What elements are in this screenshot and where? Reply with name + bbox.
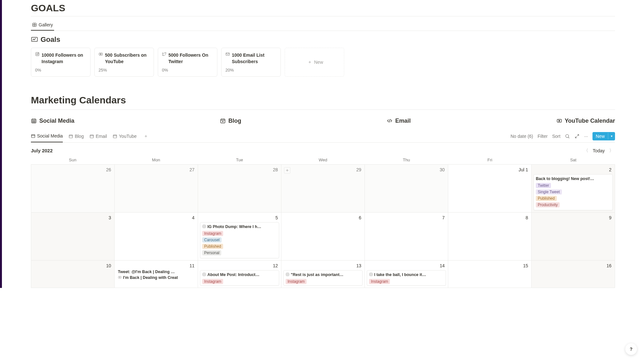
twitter-icon [162,52,166,65]
add-event-plus-icon[interactable]: ＋ [284,167,290,174]
day-number: 9 [534,214,613,221]
db-tab-blog[interactable]: Blog [69,130,84,142]
event-title: "Rest is just as important… [291,272,344,277]
instagram-icon [369,272,373,277]
calendar-cell[interactable]: 6 [281,213,365,261]
calendar-cell[interactable]: 10 [31,261,115,288]
event-card[interactable]: Back to blogging! New post!… Twitter Sin… [534,174,613,210]
svg-point-39 [204,274,205,275]
event-mini[interactable]: Tweet: @I'm Back | Dealing … [117,269,196,275]
weekday-label: Fri [448,157,532,162]
calendar-icon [90,134,94,138]
day-number: 7 [367,214,446,221]
event-card[interactable]: I take the ball, I bounce it… Instagram [367,270,446,286]
new-button[interactable]: New ▾ [592,132,615,140]
event-title: Tweet: @I'm Back | Dealing … [118,270,175,274]
goal-card-email[interactable]: 1000 Email List Subscribers 20% [221,48,281,77]
goal-card-instagram[interactable]: 10000 Followers on Instagram 0% [31,48,90,77]
calendar-cell[interactable]: 3 [31,213,115,261]
goal-card-youtube[interactable]: 500 Subscribers on YouTube 25% [94,48,154,77]
goal-pct: 0% [35,68,86,72]
event-title: About Me Post: Introduct… [207,272,260,277]
db-tab-label: Social Media [37,133,63,138]
calendar-cell[interactable]: 11 Tweet: @I'm Back | Dealing … I'm Back… [115,261,198,288]
email-link[interactable]: Email [387,118,411,124]
day-number: 15 [450,262,529,269]
day-number: 5 [200,214,279,221]
event-mini[interactable]: I'm Back | Dealing with Creat [117,275,196,281]
gallery-view-tab[interactable]: Gallery [31,20,54,31]
chevron-down-icon[interactable]: ▾ [608,133,615,139]
calendar-cell[interactable]: 2 Back to blogging! New post!… Twitter S… [532,165,615,213]
add-view-button[interactable]: ＋ [142,132,149,140]
calendar-cell[interactable]: 7 [365,213,448,261]
calendar-cell[interactable]: 13 "Rest is just as important… Instagram [281,261,365,288]
database-tabs-row: Social Media Blog Email YouTube ＋ No dat… [31,130,615,143]
svg-point-20 [223,121,223,122]
calendar-links-row: Social Media Blog Email YouTube Calendar [31,110,615,130]
svg-rect-35 [203,225,206,228]
svg-point-6 [38,53,39,53]
svg-line-33 [577,134,579,136]
calendar-cell[interactable]: 14 I take the ball, I bounce it… Instagr… [365,261,448,288]
database-tabs: Social Media Blog Email YouTube ＋ [31,130,149,142]
db-tab-label: YouTube [119,134,137,139]
day-number: 13 [283,262,363,269]
event-tag: Instagram [202,279,223,284]
more-icon[interactable]: ··· [584,134,588,139]
youtube-calendar-link[interactable]: YouTube Calendar [556,118,615,124]
day-number: 28 [200,167,279,173]
calendar-cell[interactable]: Jul 1 [448,165,532,213]
prev-month-chevron-icon[interactable]: 〈 [582,147,590,154]
goal-pct: 20% [225,68,277,72]
weekday-label: Thu [365,157,448,162]
calendar-cell[interactable]: 27 [115,165,198,213]
day-number: 16 [534,262,613,269]
event-tag: Instagram [286,279,307,284]
youtube-calendar-link-label: YouTube Calendar [565,118,615,124]
blog-link[interactable]: Blog [220,118,241,124]
calendar-cell[interactable]: 8 [448,213,532,261]
calendar-cell[interactable]: 15 [448,261,532,288]
expand-icon[interactable] [574,134,580,139]
calendar-cell[interactable]: 9 [532,213,615,261]
social-media-link[interactable]: Social Media [31,118,74,124]
no-date-button[interactable]: No date (6) [510,134,533,139]
event-card[interactable]: IG Photo Dump: Where I h… Instagram Caro… [200,222,279,258]
calendar-cell[interactable]: 4 [115,213,198,261]
event-tag: Twitter [536,183,551,188]
svg-rect-29 [113,135,117,138]
goal-card-twitter[interactable]: 5000 Followers On Twitter 0% [158,48,217,77]
email-link-label: Email [395,118,411,124]
social-media-link-label: Social Media [39,118,74,124]
search-icon[interactable] [565,134,570,139]
filter-button[interactable]: Filter [538,134,548,139]
db-tab-youtube[interactable]: YouTube [113,130,137,142]
event-card[interactable]: "Rest is just as important… Instagram [283,270,363,286]
today-button[interactable]: Today [593,148,605,153]
db-tab-social-media[interactable]: Social Media [31,130,63,142]
gallery-tab-label: Gallery [39,22,53,27]
sort-button[interactable]: Sort [552,134,561,139]
svg-rect-9 [32,119,36,123]
marketing-heading: Marketing Calendars [31,92,615,108]
calendar-cell[interactable]: 28 [198,165,281,213]
day-number: 11 [117,262,196,269]
calendar-cell[interactable]: 5 IG Photo Dump: Where I h… Instagram Ca… [198,213,281,261]
event-card[interactable]: About Me Post: Introduct… Instagram [200,270,279,286]
calendar-cell[interactable]: 12 About Me Post: Introduct… Instagram [198,261,281,288]
gallery-icon [32,23,37,27]
db-tab-email[interactable]: Email [90,130,107,142]
next-month-chevron-icon[interactable]: 〉 [608,147,615,154]
goal-title: 10000 Followers on Instagram [42,52,86,65]
day-number: 30 [367,167,446,173]
db-tab-label: Email [96,134,107,139]
new-goal-card[interactable]: ＋ New [285,48,344,77]
calendar-cell[interactable]: 16 [532,261,615,288]
calendar-cell[interactable]: 30 [365,165,448,213]
svg-line-21 [389,119,390,123]
calendar-cell[interactable]: 26 [31,165,115,213]
day-number: 26 [33,167,112,173]
calendar-cell[interactable]: ＋ 29 [281,165,365,213]
code-icon [387,118,393,124]
